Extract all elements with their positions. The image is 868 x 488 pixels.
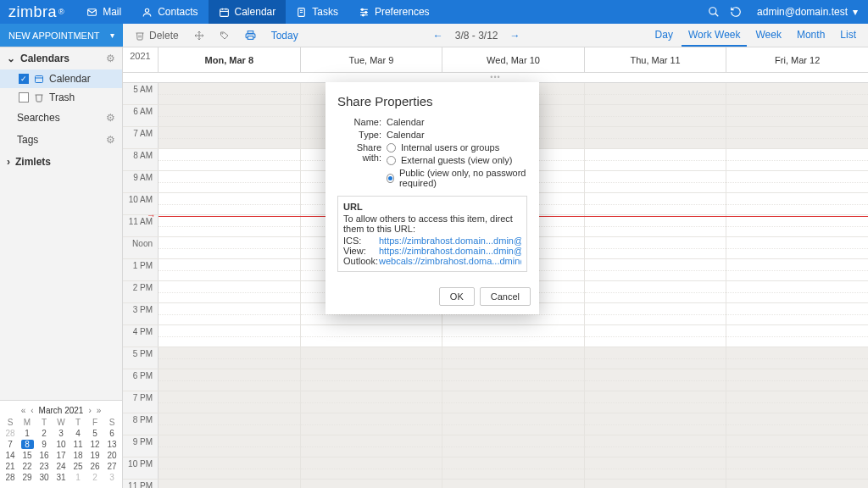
share-option-public[interactable]: Public (view only, no password required) <box>387 168 527 188</box>
mini-day[interactable]: 27 <box>103 461 120 472</box>
time-cell[interactable] <box>301 325 443 347</box>
tab-mail[interactable]: Mail <box>76 0 131 24</box>
mini-day[interactable]: 7 <box>2 439 19 450</box>
time-cell[interactable] <box>301 480 443 488</box>
mini-day[interactable]: 5 <box>86 428 103 439</box>
mini-day[interactable]: 1 <box>19 428 36 439</box>
time-cell[interactable] <box>585 193 727 214</box>
mini-day[interactable]: 19 <box>86 450 103 461</box>
gear-icon[interactable]: ⚙ <box>106 53 115 64</box>
mini-day[interactable]: 31 <box>53 472 70 483</box>
search-icon[interactable] <box>703 0 725 24</box>
mini-day[interactable]: 12 <box>86 439 103 450</box>
time-cell[interactable] <box>442 325 585 347</box>
time-cell[interactable] <box>726 83 868 104</box>
time-cell[interactable] <box>726 171 868 192</box>
time-cell[interactable] <box>159 281 301 302</box>
mini-day[interactable]: 3 <box>53 428 70 439</box>
gear-icon[interactable]: ⚙ <box>106 134 115 146</box>
time-cell[interactable] <box>726 149 868 170</box>
time-cell[interactable] <box>159 171 301 192</box>
mini-day[interactable]: 25 <box>70 461 86 472</box>
time-cell[interactable] <box>159 435 301 457</box>
time-cell[interactable] <box>301 347 443 369</box>
prev-range-button[interactable]: ← <box>433 30 443 42</box>
mini-day[interactable]: 3 <box>103 472 120 483</box>
tab-tasks[interactable]: Tasks <box>286 0 348 24</box>
time-cell[interactable] <box>726 105 868 126</box>
day-header[interactable]: Thu, Mar 11 <box>585 47 727 72</box>
mini-day[interactable]: 2 <box>36 428 53 439</box>
time-cell[interactable] <box>585 127 727 148</box>
print-button[interactable] <box>238 24 263 47</box>
time-cell[interactable] <box>585 83 727 104</box>
share-option-internal[interactable]: Internal users or groups <box>387 142 527 152</box>
time-cell[interactable] <box>159 303 301 324</box>
time-cell[interactable] <box>726 193 868 214</box>
time-cell[interactable] <box>726 215 868 236</box>
time-cell[interactable] <box>726 281 868 302</box>
tab-contacts[interactable]: Contacts <box>131 0 208 24</box>
mini-day[interactable]: 8 <box>19 439 36 450</box>
next-range-button[interactable]: → <box>509 30 520 42</box>
refresh-icon[interactable] <box>725 0 747 24</box>
mini-day[interactable]: 18 <box>70 450 86 461</box>
time-cell[interactable] <box>159 413 301 435</box>
time-cell[interactable] <box>585 237 727 258</box>
day-header[interactable]: Mon, Mar 8 <box>159 47 301 72</box>
time-cell[interactable] <box>726 391 868 413</box>
share-option-guests[interactable]: External guests (view only) <box>387 155 527 165</box>
view-work_week[interactable]: Work Week <box>682 24 748 47</box>
time-cell[interactable] <box>585 325 727 347</box>
sidebar-item-calendar[interactable]: ✓Calendar <box>0 69 122 88</box>
time-cell[interactable] <box>726 435 868 457</box>
time-cell[interactable] <box>159 193 301 214</box>
time-cell[interactable] <box>159 127 301 148</box>
mini-day[interactable]: 16 <box>36 450 53 461</box>
time-cell[interactable] <box>585 391 727 413</box>
time-cell[interactable] <box>301 435 443 457</box>
resize-grip-icon[interactable]: ••• <box>490 73 500 81</box>
time-cell[interactable] <box>726 325 868 347</box>
time-cell[interactable] <box>159 259 301 280</box>
time-cell[interactable] <box>585 303 727 324</box>
mini-day[interactable]: 14 <box>2 450 19 461</box>
time-cell[interactable] <box>442 369 585 391</box>
checkbox[interactable] <box>19 92 29 103</box>
time-cell[interactable] <box>301 458 443 479</box>
mini-day[interactable]: 21 <box>2 461 19 472</box>
new-appointment-button[interactable]: NEW APPOINTMENT▾ <box>0 24 123 47</box>
time-cell[interactable] <box>726 458 868 479</box>
today-button[interactable]: Today <box>264 24 305 47</box>
tab-calendar[interactable]: Calendar <box>209 0 287 24</box>
day-header[interactable]: Wed, Mar 10 <box>442 47 585 72</box>
time-cell[interactable] <box>159 325 301 347</box>
time-cell[interactable] <box>585 435 727 457</box>
time-cell[interactable] <box>585 215 727 236</box>
ok-button[interactable]: OK <box>439 287 475 306</box>
mini-day[interactable]: 2 <box>86 472 103 483</box>
sidebar-section-searches[interactable]: Searches ⚙ <box>0 107 122 129</box>
mini-day[interactable]: 24 <box>53 461 70 472</box>
user-menu[interactable]: admin@domain.test ▾ <box>747 6 868 18</box>
gear-icon[interactable]: ⚙ <box>106 112 115 124</box>
time-cell[interactable] <box>726 480 868 488</box>
time-cell[interactable] <box>585 105 727 126</box>
time-cell[interactable] <box>442 347 585 369</box>
mini-day[interactable]: 30 <box>36 472 53 483</box>
mini-day[interactable]: 20 <box>103 450 120 461</box>
time-cell[interactable] <box>726 347 868 369</box>
mini-day[interactable]: 6 <box>103 428 120 439</box>
time-cell[interactable] <box>585 413 727 435</box>
time-cell[interactable] <box>726 369 868 391</box>
day-header[interactable]: Fri, Mar 12 <box>726 47 868 72</box>
time-cell[interactable] <box>442 480 585 488</box>
time-cell[interactable] <box>159 391 301 413</box>
cancel-button[interactable]: Cancel <box>480 287 531 306</box>
tag-button[interactable] <box>213 24 236 47</box>
mini-day[interactable]: 29 <box>19 472 36 483</box>
mini-day[interactable]: 11 <box>70 439 86 450</box>
mini-day[interactable]: 17 <box>53 450 70 461</box>
time-cell[interactable] <box>159 347 301 369</box>
share-url-link[interactable]: https://zimbrahost.domain...dmin@domain.… <box>379 246 521 256</box>
